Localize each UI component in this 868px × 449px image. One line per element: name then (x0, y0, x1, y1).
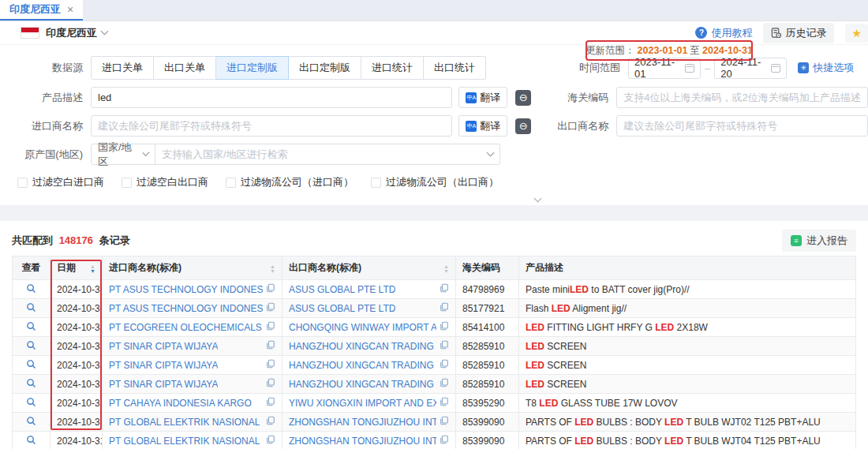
exporter-name-input[interactable] (616, 115, 868, 137)
exporter-link[interactable]: ASUS GLOBAL PTE LTD (289, 284, 395, 295)
view-detail-icon[interactable] (26, 283, 36, 296)
datasource-tab[interactable]: 进口统计 (361, 56, 424, 80)
datasource-tab[interactable]: 进口关单 (91, 56, 154, 80)
filter-label: 过滤空白出口商 (137, 175, 208, 189)
importer-link[interactable]: PT GLOBAL ELEKTRIK NASIONAL (109, 436, 260, 447)
view-detail-icon[interactable] (26, 397, 36, 410)
copy-icon[interactable] (266, 321, 275, 333)
copy-icon[interactable] (440, 283, 449, 295)
copy-icon[interactable] (440, 378, 449, 390)
exporter-cell: ASUS GLOBAL PTE LTD (282, 280, 456, 299)
tab-indonesia[interactable]: 印度尼西亚 × (0, 0, 83, 21)
exporter-link[interactable]: ASUS GLOBAL PTE LTD (289, 303, 395, 314)
exact-match-toggle-icon[interactable]: ⊖ (515, 90, 531, 106)
copy-icon[interactable] (266, 397, 275, 409)
view-cell (13, 375, 51, 394)
copy-icon[interactable] (266, 416, 275, 428)
copy-icon[interactable] (266, 435, 275, 447)
copy-icon[interactable] (440, 397, 449, 409)
checkbox-icon[interactable] (226, 178, 236, 188)
exporter-link[interactable]: HANGZHOU XINGCAN TRADING CO LTD (289, 360, 436, 371)
importer-link[interactable]: PT SINAR CIPTA WIJAYA (109, 379, 218, 390)
importer-link[interactable]: PT GLOBAL ELEKTRIK NASIONAL (109, 417, 260, 428)
datasource-tab[interactable]: 进口定制版 (216, 56, 289, 80)
datasource-tab[interactable]: 出口统计 (424, 56, 486, 80)
copy-icon[interactable] (266, 378, 275, 390)
col-exporter[interactable]: 出口商名称(标准)▲▼ (282, 256, 456, 280)
close-icon[interactable]: × (67, 3, 73, 16)
form-collapse-area (0, 194, 868, 205)
view-detail-icon[interactable] (26, 321, 36, 334)
view-cell (13, 318, 51, 337)
exporter-link[interactable]: HANGZHOU XINGCAN TRADING CO LTD (289, 341, 436, 352)
exporter-link[interactable]: ZHONGSHAN TONGJIUZHOU INTERNA... (289, 417, 436, 428)
origin-label: 原产国(地区) (0, 148, 91, 162)
importer-link[interactable]: PT ASUS TECHNOLOGY INDONESIA BA... (109, 284, 263, 295)
filter-checkbox[interactable]: 过滤空白出口商 (122, 175, 208, 189)
view-cell (13, 413, 51, 432)
importer-link[interactable]: PT ASUS TECHNOLOGY INDONESIA BA... (109, 303, 263, 314)
translate-button[interactable]: 中A 翻译 (458, 115, 507, 137)
enter-report-button[interactable]: ≡ 进入报告 (782, 230, 856, 252)
copy-icon[interactable] (440, 359, 449, 371)
col-importer[interactable]: 进口商名称(标准)▲▼ (103, 256, 282, 280)
copy-icon[interactable] (266, 283, 275, 295)
hs-code-input[interactable] (616, 87, 868, 108)
tab-title: 印度尼西亚 (9, 2, 61, 17)
table-row: 2024-10-31PT CAHAYA INDONESIA KARGOYIWU … (13, 394, 856, 413)
copy-icon[interactable] (266, 359, 275, 371)
checkbox-icon[interactable] (371, 178, 381, 188)
importer-link[interactable]: PT SINAR CIPTA WIJAYA (109, 341, 218, 352)
checkbox-icon[interactable] (17, 178, 28, 188)
filter-checkbox[interactable]: 过滤物流公司（出口商） (371, 175, 499, 189)
product-desc-cell: PARTS OF LED BULBS : BODY LED T BULB WJT… (519, 432, 856, 449)
exporter-link[interactable]: CHONGQING WINWAY IMPORT AND E... (289, 322, 436, 333)
filter-label: 过滤物流公司（出口商） (386, 175, 499, 189)
exporter-link[interactable]: ZHONGSHAN TONGJIUZHOU INTERNA... (289, 436, 436, 447)
translate-button[interactable]: 中A 翻译 (458, 87, 507, 108)
view-detail-icon[interactable] (26, 359, 36, 372)
view-detail-icon[interactable] (26, 416, 36, 428)
quick-options-button[interactable]: ✳ 快捷选项 (798, 61, 854, 75)
table-row: 2024-10-31PT ECOGREEN OLEOCHEMICALSCHONG… (13, 318, 856, 337)
importer-link[interactable]: PT ECOGREEN OLEOCHEMICALS (109, 322, 262, 333)
document-tabbar: 印度尼西亚 × (0, 0, 868, 21)
view-detail-icon[interactable] (26, 378, 36, 391)
copy-icon[interactable] (440, 302, 449, 314)
view-detail-icon[interactable] (26, 435, 36, 447)
importer-link[interactable]: PT CAHAYA INDONESIA KARGO (109, 398, 252, 409)
filter-checkbox[interactable]: 过滤空白进口商 (17, 175, 104, 189)
product-desc-input[interactable] (91, 87, 452, 108)
view-detail-icon[interactable] (26, 302, 36, 315)
importer-link[interactable]: PT SINAR CIPTA WIJAYA (109, 360, 218, 371)
tutorial-icon: ? (695, 27, 707, 39)
tutorial-link[interactable]: ? 使用教程 (695, 26, 752, 40)
collapse-panel-button[interactable] (509, 194, 566, 205)
copy-icon[interactable] (440, 435, 449, 447)
filter-label: 过滤空白进口商 (32, 175, 104, 189)
time-range-label: 时间范围 (562, 61, 628, 75)
view-cell (13, 432, 51, 449)
exporter-link[interactable]: YIWU XIONGXIN IMPORT AND EXPORT... (289, 398, 436, 409)
filter-checkbox[interactable]: 过滤物流公司（进口商） (226, 175, 354, 189)
view-detail-icon[interactable] (26, 340, 36, 353)
translate-icon: 中A (466, 92, 477, 103)
view-cell (13, 280, 51, 299)
history-button[interactable]: 历史记录 (763, 23, 834, 43)
datasource-tab[interactable]: 出口定制版 (289, 56, 361, 80)
checkbox-icon[interactable] (122, 178, 132, 188)
copy-icon[interactable] (440, 416, 449, 428)
copy-icon[interactable] (440, 321, 449, 333)
col-date[interactable]: 日期▲▼ (51, 256, 103, 280)
importer-name-input[interactable] (91, 115, 452, 137)
copy-icon[interactable] (266, 302, 275, 314)
exporter-link[interactable]: HANGZHOU XINGCAN TRADING CO LTD (289, 379, 436, 390)
copy-icon[interactable] (440, 340, 449, 352)
favorite-button[interactable]: ★ (845, 24, 868, 43)
exact-match-toggle-icon[interactable]: ⊖ (515, 118, 531, 134)
origin-search-input[interactable]: 支持输入国家/地区进行检索 (155, 144, 500, 165)
origin-type-select[interactable]: 国家/地区 (91, 144, 155, 165)
datasource-tab[interactable]: 出口关单 (154, 56, 216, 80)
chevron-down-icon[interactable] (101, 28, 109, 36)
copy-icon[interactable] (266, 340, 275, 352)
